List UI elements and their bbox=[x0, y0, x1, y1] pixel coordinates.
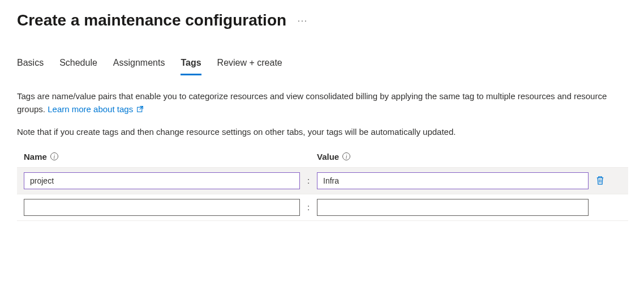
tags-note: Note that if you create tags and then ch… bbox=[17, 125, 627, 138]
more-icon[interactable]: ··· bbox=[298, 16, 308, 25]
info-icon[interactable]: i bbox=[50, 152, 58, 160]
learn-more-link[interactable]: Learn more about tags bbox=[48, 104, 144, 114]
tab-assignments[interactable]: Assignments bbox=[113, 58, 165, 75]
column-header-name: Name i bbox=[24, 152, 300, 162]
tag-value-input[interactable] bbox=[317, 172, 589, 189]
tab-review-create[interactable]: Review + create bbox=[217, 58, 282, 75]
tab-tags[interactable]: Tags bbox=[181, 58, 201, 75]
column-header-value: Value i bbox=[317, 152, 621, 162]
separator: : bbox=[300, 202, 317, 212]
tab-schedule[interactable]: Schedule bbox=[59, 58, 97, 75]
tag-value-input[interactable] bbox=[317, 199, 589, 216]
tag-name-input[interactable] bbox=[24, 199, 300, 216]
tags-description: Tags are name/value pairs that enable yo… bbox=[17, 90, 627, 116]
tag-row: : bbox=[17, 194, 628, 221]
tabs: Basics Schedule Assignments Tags Review … bbox=[17, 58, 627, 76]
external-link-icon bbox=[136, 105, 144, 113]
tab-basics[interactable]: Basics bbox=[17, 58, 44, 75]
page-title: Create a maintenance configuration bbox=[17, 11, 286, 29]
delete-tag-button[interactable] bbox=[593, 173, 607, 188]
separator: : bbox=[300, 176, 317, 185]
trash-icon bbox=[595, 176, 605, 185]
info-icon[interactable]: i bbox=[342, 152, 350, 160]
tag-row: : bbox=[17, 167, 628, 194]
tag-name-input[interactable] bbox=[24, 172, 300, 189]
tags-table: Name i Value i : : bbox=[17, 152, 628, 221]
